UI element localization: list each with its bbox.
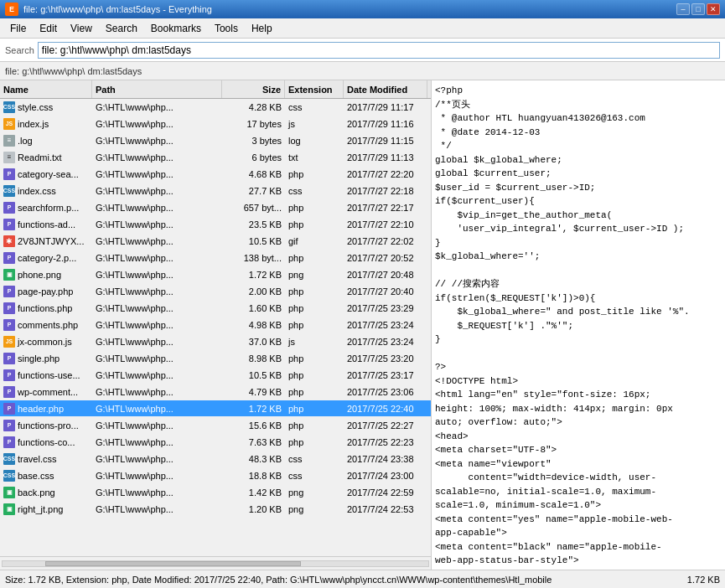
table-row[interactable]: P wp-comment... G:\HTL\www\php... 4.79 K… bbox=[0, 384, 431, 400]
file-icon: P bbox=[3, 403, 15, 415]
table-row[interactable]: ≡ Readmi.txt G:\HTL\www\php... 6 bytes t… bbox=[0, 149, 431, 166]
table-row[interactable]: P category-2.p... G:\HTL\www\php... 138 … bbox=[0, 250, 431, 266]
cell-name: P category-2.p... bbox=[0, 250, 92, 266]
menu-item-bookmarks[interactable]: Bookmarks bbox=[144, 21, 208, 36]
cell-size: 7.63 KB bbox=[222, 434, 285, 450]
cell-path: G:\HTL\www\php... bbox=[92, 166, 222, 182]
table-row[interactable]: P comments.php G:\HTL\www\php... 4.98 KB… bbox=[0, 317, 431, 333]
cell-path: G:\HTL\www\php... bbox=[92, 300, 222, 316]
cell-size: 6 bytes bbox=[222, 149, 285, 165]
cell-path: G:\HTL\www\php... bbox=[92, 417, 222, 433]
cell-ext: php bbox=[285, 300, 344, 316]
table-row[interactable]: ▣ phone.png G:\HTL\www\php... 1.72 KB pn… bbox=[0, 266, 431, 283]
cell-date: 2017/7/25 22:40 bbox=[344, 400, 427, 416]
search-input[interactable] bbox=[42, 44, 716, 56]
cell-date: 2017/7/27 22:18 bbox=[344, 183, 427, 199]
table-row[interactable]: CSS index.css G:\HTL\www\php... 27.7 KB … bbox=[0, 183, 431, 199]
cell-size: 4.28 KB bbox=[222, 99, 285, 115]
table-row[interactable]: ✱ 2V8JNTJWYX... G:\HTL\www\php... 10.5 K… bbox=[0, 233, 431, 250]
menu-item-tools[interactable]: Tools bbox=[208, 21, 245, 36]
menu-item-file[interactable]: File bbox=[3, 21, 33, 36]
menu-item-edit[interactable]: Edit bbox=[33, 21, 64, 36]
scroll-track[interactable] bbox=[2, 560, 429, 567]
cell-name: P page-pay.php bbox=[0, 283, 92, 299]
col-header-path[interactable]: Path bbox=[92, 80, 222, 98]
file-list[interactable]: CSS style.css G:\HTL\www\php... 4.28 KB … bbox=[0, 99, 431, 556]
table-row[interactable]: CSS base.css G:\HTL\www\php... 18.8 KB c… bbox=[0, 467, 431, 484]
col-header-name[interactable]: Name bbox=[0, 80, 92, 98]
cell-ext: php bbox=[285, 250, 344, 266]
cell-date: 2017/7/27 20:52 bbox=[344, 250, 427, 266]
cell-name: CSS style.css bbox=[0, 99, 92, 115]
search-label: Search bbox=[5, 45, 34, 55]
cell-path: G:\HTL\www\php... bbox=[92, 132, 222, 148]
table-row[interactable]: P header.php G:\HTL\www\php... 1.72 KB p… bbox=[0, 400, 431, 417]
window-title: file: g:\htl\www\php\ dm:last5days - Eve… bbox=[23, 4, 212, 14]
cell-name: ≡ Readmi.txt bbox=[0, 149, 92, 165]
cell-date: 2017/7/24 22:53 bbox=[344, 501, 427, 517]
close-button[interactable]: ✕ bbox=[707, 3, 720, 15]
status-info: Size: 1.72 KB, Extension: php, Date Modi… bbox=[5, 575, 552, 585]
table-row[interactable]: P searchform.p... G:\HTL\www\php... 657 … bbox=[0, 199, 431, 216]
table-row[interactable]: P functions-ad... G:\HTL\www\php... 23.5… bbox=[0, 216, 431, 233]
horizontal-scrollbar[interactable] bbox=[0, 556, 431, 570]
cell-path: G:\HTL\www\php... bbox=[92, 266, 222, 282]
table-row[interactable]: JS jx-common.js G:\HTL\www\php... 37.0 K… bbox=[0, 333, 431, 350]
title-bar-text: E file: g:\htl\www\php\ dm:last5days - E… bbox=[5, 3, 212, 16]
cell-size: 23.5 KB bbox=[222, 216, 285, 232]
cell-ext: php bbox=[285, 283, 344, 299]
table-row[interactable]: P page-pay.php G:\HTL\www\php... 2.00 KB… bbox=[0, 283, 431, 300]
col-header-extension[interactable]: Extension bbox=[285, 80, 344, 98]
cell-ext: css bbox=[285, 467, 344, 483]
file-icon: P bbox=[3, 319, 15, 331]
table-row[interactable]: ▣ back.png G:\HTL\www\php... 1.42 KB png… bbox=[0, 484, 431, 501]
cell-date: 2017/7/25 23:24 bbox=[344, 333, 427, 349]
cell-ext: log bbox=[285, 132, 344, 148]
cell-ext: png bbox=[285, 501, 344, 517]
cell-date: 2017/7/25 23:17 bbox=[344, 367, 427, 383]
cell-date: 2017/7/29 11:17 bbox=[344, 99, 427, 115]
col-header-date[interactable]: Date Modified bbox=[344, 80, 427, 98]
cell-ext: php bbox=[285, 417, 344, 433]
file-icon: P bbox=[3, 369, 15, 381]
table-row[interactable]: P functions-pro... G:\HTL\www\php... 15.… bbox=[0, 417, 431, 434]
cell-ext: png bbox=[285, 484, 344, 500]
app-icon: E bbox=[5, 3, 18, 16]
file-icon: P bbox=[3, 168, 15, 180]
cell-date: 2017/7/27 22:10 bbox=[344, 216, 427, 232]
file-icon: JS bbox=[3, 118, 15, 130]
file-icon: ✱ bbox=[3, 235, 15, 247]
cell-size: 1.60 KB bbox=[222, 300, 285, 316]
file-icon: ▣ bbox=[3, 269, 15, 281]
cell-name: P functions-co... bbox=[0, 434, 92, 450]
table-row[interactable]: CSS travel.css G:\HTL\www\php... 48.3 KB… bbox=[0, 451, 431, 467]
table-row[interactable]: P functions-use... G:\HTL\www\php... 10.… bbox=[0, 367, 431, 384]
table-row[interactable]: P functions-co... G:\HTL\www\php... 7.63… bbox=[0, 434, 431, 451]
cell-ext: php bbox=[285, 367, 344, 383]
cell-name: CSS index.css bbox=[0, 183, 92, 199]
minimize-button[interactable]: – bbox=[676, 3, 690, 15]
maximize-button[interactable]: □ bbox=[691, 3, 705, 15]
table-row[interactable]: P single.php G:\HTL\www\php... 8.98 KB p… bbox=[0, 350, 431, 367]
cell-ext: gif bbox=[285, 233, 344, 249]
search-input-wrapper[interactable] bbox=[38, 42, 720, 59]
table-row[interactable]: JS index.js G:\HTL\www\php... 17 bytes j… bbox=[0, 116, 431, 132]
menu-item-help[interactable]: Help bbox=[245, 21, 279, 36]
table-row[interactable]: ▣ right_jt.png G:\HTL\www\php... 1.20 KB… bbox=[0, 501, 431, 518]
table-row[interactable]: ≡ .log G:\HTL\www\php... 3 bytes log 201… bbox=[0, 132, 431, 149]
table-row[interactable]: P category-sea... G:\HTL\www\php... 4.68… bbox=[0, 166, 431, 183]
cell-ext: php bbox=[285, 199, 344, 215]
file-icon: CSS bbox=[3, 185, 15, 197]
cell-name: P wp-comment... bbox=[0, 384, 92, 400]
cell-path: G:\HTL\www\php... bbox=[92, 216, 222, 232]
menu-item-view[interactable]: View bbox=[64, 21, 99, 36]
table-row[interactable]: CSS style.css G:\HTL\www\php... 4.28 KB … bbox=[0, 99, 431, 116]
cell-path: G:\HTL\www\php... bbox=[92, 434, 222, 450]
menu-item-search[interactable]: Search bbox=[99, 21, 144, 36]
cell-size: 4.98 KB bbox=[222, 317, 285, 333]
col-header-size[interactable]: Size bbox=[222, 80, 285, 98]
scroll-thumb[interactable] bbox=[45, 561, 301, 566]
cell-size: 1.72 KB bbox=[222, 400, 285, 416]
filter-bar: file: g:\htl\www\php\ dm:last5days bbox=[0, 62, 725, 80]
table-row[interactable]: P functions.php G:\HTL\www\php... 1.60 K… bbox=[0, 300, 431, 317]
